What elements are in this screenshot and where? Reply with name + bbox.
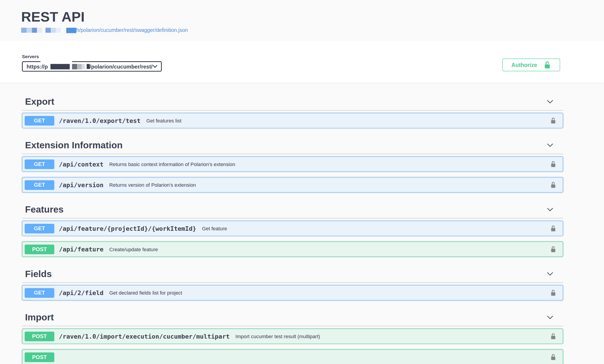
api-info-header: REST API h/polarion/cucumber/rest/swagge… — [0, 0, 604, 41]
servers-label: Servers — [22, 54, 162, 59]
section-header[interactable]: Features — [22, 201, 563, 218]
operation-path: /api/context — [59, 160, 103, 168]
servers-block: Servers https://p /polarion/cucumber/res… — [22, 54, 162, 72]
operation-description: Returns version of Polarion's extension — [109, 182, 196, 188]
operation-row[interactable]: POST /api/feature Create/update feature — [22, 241, 563, 257]
page-title: REST API — [21, 9, 563, 25]
server-url-suffix: /polarion/cucumber/rest/ — [90, 63, 152, 69]
chevron-down-icon[interactable] — [547, 143, 554, 147]
operation-row[interactable]: GET /api/context Returns basic context i… — [22, 156, 563, 172]
swagger-ui-page: REST API h/polarion/cucumber/rest/swagge… — [0, 0, 604, 364]
section-header[interactable]: Extension Information — [22, 136, 563, 154]
section-operations: GET /api/2/field Get declared fields lis… — [22, 285, 563, 301]
method-badge: POST — [25, 352, 54, 362]
api-section: Features GET /api/feature/{projectId}/{w… — [22, 201, 563, 257]
unlock-icon[interactable] — [550, 333, 556, 340]
operation-row[interactable]: POST — [22, 349, 563, 364]
section-title: Fields — [25, 268, 52, 279]
operation-path: /api/2/field — [59, 289, 103, 297]
section-operations: POST /raven/1.0/import/execution/cucumbe… — [22, 328, 563, 364]
redacted-block — [26, 28, 32, 33]
section-title: Features — [25, 204, 63, 215]
operation-row[interactable]: GET /api/feature/{projectId}/{workItemId… — [22, 221, 563, 236]
unlock-icon[interactable] — [550, 246, 556, 253]
redacted-block — [37, 28, 42, 33]
chevron-down-icon[interactable] — [547, 272, 554, 276]
scheme-container: Servers https://p /polarion/cucumber/res… — [0, 41, 604, 83]
redacted-block — [82, 64, 85, 69]
redacted-block — [66, 28, 76, 33]
redacted-block — [77, 64, 82, 69]
method-badge: GET — [25, 159, 54, 169]
chevron-down-icon[interactable] — [547, 207, 554, 211]
redacted-block — [21, 28, 26, 33]
section-title: Extension Information — [25, 139, 123, 150]
operation-description: Get features list — [146, 118, 181, 124]
operation-description: Create/update feature — [109, 246, 158, 252]
definition-url-line: h/polarion/cucumber/rest/swagger/definit… — [21, 27, 563, 33]
section-title: Import — [25, 312, 54, 323]
method-badge: POST — [25, 244, 54, 254]
redacted-block — [32, 28, 37, 33]
operation-description: Get feature — [202, 226, 227, 231]
method-badge: GET — [25, 116, 54, 126]
operation-row[interactable]: GET /api/2/field Get declared fields lis… — [22, 285, 563, 301]
authorize-button[interactable]: Authorize — [502, 59, 560, 72]
api-sections: Export GET /raven/1.0/export/test Get fe… — [0, 83, 604, 364]
operation-row[interactable]: GET /api/version Returns version of Pola… — [22, 177, 563, 193]
server-url-prefix: https://p — [26, 63, 48, 69]
chevron-down-icon — [152, 65, 158, 68]
operation-description: Returns basic context information of Pol… — [109, 161, 235, 167]
operation-path: /api/feature — [59, 246, 103, 253]
api-section: Fields GET /api/2/field Get declared fie… — [22, 265, 563, 301]
redacted-block — [56, 28, 61, 33]
method-badge: GET — [25, 288, 54, 298]
section-header[interactable]: Export — [22, 93, 563, 111]
unlock-icon[interactable] — [550, 117, 556, 124]
server-select[interactable]: https://p /polarion/cucumber/rest/ — [22, 61, 162, 72]
api-section: Extension Information GET /api/context R… — [22, 136, 563, 193]
section-operations: GET /raven/1.0/export/test Get features … — [22, 113, 563, 128]
definition-json-link[interactable]: h/polarion/cucumber/rest/swagger/definit… — [76, 27, 188, 33]
unlock-icon — [544, 61, 551, 69]
unlock-icon[interactable] — [550, 161, 556, 168]
unlock-icon[interactable] — [550, 181, 556, 188]
operation-description: Get declared fields list for project — [109, 290, 182, 296]
section-header[interactable]: Fields — [22, 265, 563, 283]
unlock-icon[interactable] — [550, 225, 556, 232]
unlock-icon[interactable] — [550, 289, 556, 296]
operation-row[interactable]: GET /raven/1.0/export/test Get features … — [22, 113, 563, 128]
redacted-block — [50, 64, 70, 69]
section-operations: GET /api/feature/{projectId}/{workItemId… — [22, 221, 563, 257]
operation-description: Import cucumber test result (multipart) — [236, 333, 320, 339]
redacted-block — [40, 61, 72, 63]
chevron-down-icon[interactable] — [547, 315, 554, 319]
section-title: Export — [25, 96, 54, 107]
authorize-button-label: Authorize — [511, 62, 537, 68]
operation-path: /raven/1.0/export/test — [59, 117, 140, 124]
operation-path: /raven/1.0/import/execution/cucumber/mul… — [59, 333, 230, 340]
api-section: Export GET /raven/1.0/export/test Get fe… — [22, 93, 563, 128]
api-section: Import POST /raven/1.0/import/execution/… — [22, 309, 563, 364]
method-badge: POST — [25, 331, 54, 341]
redacted-block — [51, 28, 56, 33]
operation-row[interactable]: POST /raven/1.0/import/execution/cucumbe… — [22, 328, 563, 344]
method-badge: GET — [25, 180, 54, 190]
unlock-icon[interactable] — [550, 354, 556, 361]
redacted-block — [45, 28, 51, 33]
section-header[interactable]: Import — [22, 309, 563, 326]
redacted-block — [72, 64, 77, 69]
operation-path: /api/version — [59, 181, 103, 189]
chevron-down-icon[interactable] — [547, 100, 554, 103]
method-badge: GET — [25, 224, 54, 233]
section-operations: GET /api/context Returns basic context i… — [22, 156, 563, 193]
redacted-block — [87, 64, 89, 69]
operation-path: /api/feature/{projectId}/{workItemId} — [59, 225, 196, 232]
